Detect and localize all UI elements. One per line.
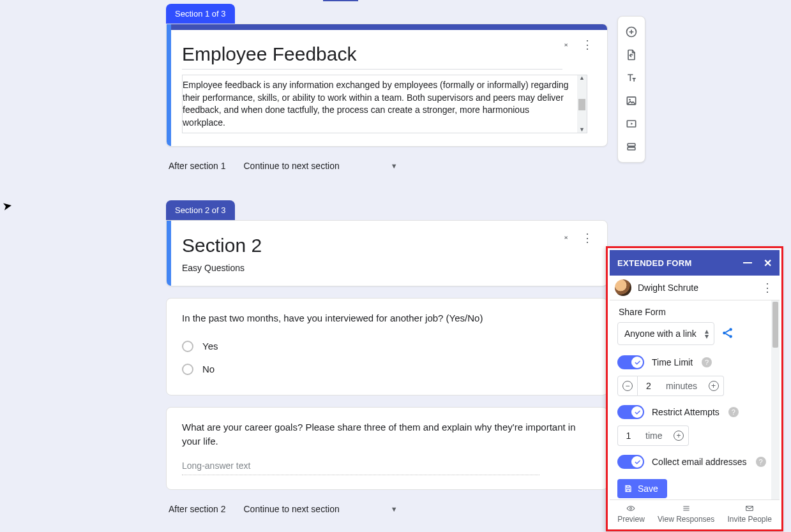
save-button-label: Save	[638, 484, 658, 494]
mail-icon	[744, 504, 755, 513]
after-section2-select[interactable]: Continue to next section ▼	[237, 499, 404, 519]
decrement-button[interactable]: −	[617, 376, 638, 396]
svg-rect-4	[628, 144, 635, 146]
share-scope-select[interactable]: Anyone with a link ▴▾	[617, 322, 714, 345]
import-questions-button[interactable]	[619, 43, 644, 66]
scroll-thumb[interactable]	[772, 302, 778, 348]
panel-user-row: Dwight Schrute ⋮	[610, 276, 780, 300]
panel-header: EXTENDED FORM ✕	[610, 250, 780, 276]
question-toolbar	[617, 16, 645, 163]
svg-point-9	[630, 508, 632, 510]
help-icon[interactable]: ?	[702, 357, 712, 367]
restrict-attempts-toggle[interactable]	[617, 405, 644, 419]
question-text: What are your career goals? Please share…	[182, 420, 592, 449]
add-question-button[interactable]	[619, 20, 644, 43]
time-limit-value[interactable]: 2	[638, 376, 659, 396]
collect-email-label: Collect email addresses	[652, 457, 747, 467]
share-icon[interactable]	[721, 326, 735, 342]
preview-label: Preview	[617, 515, 645, 524]
restrict-attempts-label: Restrict Attempts	[652, 407, 719, 417]
select-caret-icon: ▴▾	[705, 329, 709, 339]
add-title-button[interactable]	[619, 66, 644, 89]
scroll-thumb[interactable]	[578, 99, 585, 110]
option-label: Yes	[202, 341, 218, 351]
help-icon[interactable]: ?	[756, 457, 766, 467]
after-section1-select[interactable]: Continue to next section ▼	[237, 156, 404, 176]
chevron-down-icon: ▼	[391, 505, 398, 513]
minimize-icon[interactable]	[743, 262, 752, 263]
share-form-label: Share Form	[619, 307, 772, 317]
time-limit-label: Time Limit	[652, 357, 693, 367]
plus-circle-icon	[625, 26, 638, 38]
question-card[interactable]: In the past two months, have you intervi…	[166, 298, 608, 395]
restrict-attempts-unit: time	[639, 425, 668, 446]
view-responses-label: View Responses	[658, 515, 714, 524]
time-limit-unit: minutes	[659, 376, 704, 396]
list-icon	[681, 504, 692, 513]
increment-button[interactable]: +	[704, 376, 724, 396]
view-responses-button[interactable]: View Responses	[658, 504, 714, 524]
after-section1-label: After section 1	[169, 161, 226, 171]
section2-title[interactable]: Section 2	[182, 235, 589, 256]
add-image-button[interactable]	[619, 89, 644, 112]
form-description-text: Employee feedback is any information exc…	[183, 79, 574, 129]
chevron-down-icon: ▼	[391, 162, 398, 170]
option-row[interactable]: Yes	[182, 335, 592, 358]
add-section-button[interactable]	[619, 135, 644, 158]
extended-form-panel: EXTENDED FORM ✕ Dwight Schrute ⋮ Share F…	[606, 246, 783, 531]
add-video-button[interactable]	[619, 112, 644, 135]
section1-header-card: ⌄⌃ ⋮ Employee feedback is any informatio…	[166, 24, 608, 147]
avatar	[615, 279, 631, 296]
eye-icon	[625, 504, 637, 513]
section2-tab[interactable]: Section 2 of 3	[166, 200, 235, 220]
help-icon[interactable]: ?	[728, 407, 739, 417]
share-scope-value: Anyone with a link	[624, 329, 697, 339]
user-more-icon[interactable]: ⋮	[762, 284, 773, 292]
mouse-cursor-icon: ➤	[1, 198, 13, 214]
collect-email-toggle[interactable]	[617, 455, 644, 469]
restrict-attempts-stepper: 1 time +	[617, 425, 772, 446]
question-card[interactable]: What are your career goals? Please share…	[166, 407, 608, 490]
panel-scrollbar[interactable]	[771, 300, 780, 499]
restrict-attempts-value[interactable]: 1	[617, 425, 639, 446]
video-icon	[625, 117, 638, 130]
after-section1-value: Continue to next section	[244, 161, 340, 171]
time-limit-toggle[interactable]	[617, 355, 644, 369]
invite-people-label: Invite People	[727, 515, 771, 524]
save-button[interactable]: Save	[617, 479, 667, 498]
increment-button[interactable]: +	[668, 425, 689, 446]
svg-point-2	[629, 99, 631, 101]
scroll-down-icon[interactable]: ▼	[579, 127, 585, 133]
invite-people-button[interactable]: Invite People	[727, 504, 771, 524]
form-title-input[interactable]	[182, 42, 562, 70]
description-scrollbar[interactable]: ▲ ▼	[577, 75, 587, 133]
option-row[interactable]: No	[182, 358, 592, 381]
image-icon	[625, 94, 638, 107]
section-icon	[625, 140, 638, 153]
section1-tab[interactable]: Section 1 of 3	[166, 4, 235, 24]
long-answer-placeholder: Long-answer text	[182, 458, 539, 475]
scroll-up-icon[interactable]: ▲	[579, 75, 585, 81]
user-name: Dwight Schrute	[638, 283, 698, 293]
panel-title: EXTENDED FORM	[617, 258, 692, 268]
import-icon	[625, 48, 638, 61]
question-text: In the past two months, have you intervi…	[182, 311, 592, 326]
panel-footer: Preview View Responses Invite People	[610, 499, 780, 528]
form-description-input[interactable]: Employee feedback is any information exc…	[182, 75, 587, 133]
option-label: No	[202, 364, 215, 374]
after-section2-label: After section 2	[169, 504, 226, 514]
radio-icon[interactable]	[182, 364, 193, 375]
text-icon	[625, 71, 638, 84]
time-limit-stepper: − 2 minutes +	[617, 376, 772, 396]
preview-button[interactable]: Preview	[617, 504, 645, 524]
close-icon[interactable]: ✕	[764, 257, 772, 269]
section2-subtitle[interactable]: Easy Questions	[182, 263, 589, 273]
section2-header-card: ⌄⌃ ⋮ Section 2 Easy Questions	[166, 220, 608, 286]
radio-icon[interactable]	[182, 341, 193, 352]
svg-rect-5	[628, 147, 635, 150]
after-section2-value: Continue to next section	[244, 504, 340, 514]
save-icon	[624, 484, 633, 493]
